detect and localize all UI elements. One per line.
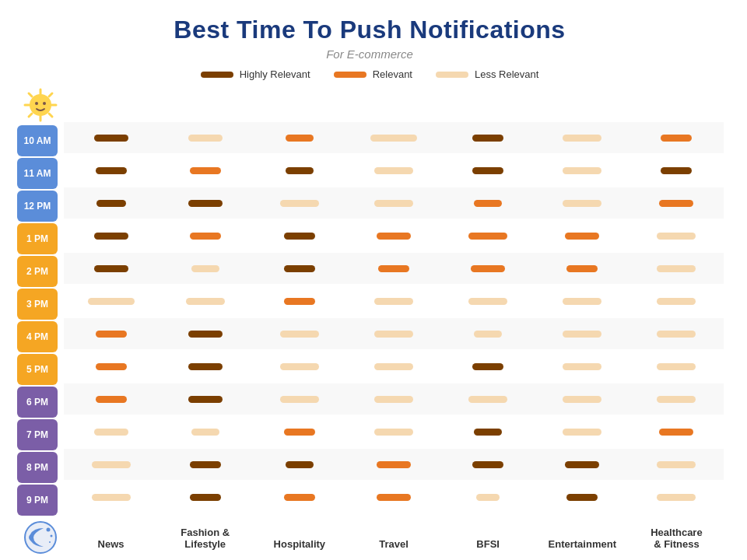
- grid-cell: [64, 187, 158, 219]
- data-bar: [472, 461, 503, 468]
- data-bar: [468, 298, 507, 305]
- data-bar: [280, 200, 319, 207]
- data-bar: [566, 265, 598, 272]
- col-header: News: [64, 520, 158, 555]
- grid-cell: [252, 416, 346, 447]
- grid-cell: [630, 383, 724, 415]
- time-label: 1 PM: [17, 223, 58, 254]
- data-bar: [563, 396, 601, 403]
- data-bar: [374, 200, 413, 207]
- grid-cell: [64, 122, 158, 153]
- legend-relevant-label: Relevant: [373, 68, 412, 80]
- legend-highly-label: Highly Relevant: [240, 68, 310, 80]
- data-bar: [188, 363, 223, 370]
- grid-cell: [346, 318, 440, 349]
- data-bar: [188, 331, 223, 338]
- data-bar: [374, 331, 413, 338]
- grid-cell: [535, 220, 630, 251]
- svg-point-0: [30, 94, 51, 116]
- grid-row: [64, 449, 724, 480]
- data-bar: [472, 167, 503, 174]
- grid-cell: [346, 481, 440, 513]
- data-bar: [476, 494, 500, 501]
- grid-cell: [630, 351, 724, 382]
- legend-less-label: Less Relevant: [475, 68, 538, 80]
- col-header: Travel: [346, 520, 440, 555]
- legend-bar-highly: [201, 72, 233, 78]
- grid-cell: [535, 416, 630, 447]
- svg-line-8: [29, 114, 32, 117]
- svg-point-12: [47, 528, 51, 532]
- data-bar: [186, 298, 225, 305]
- data-bar: [88, 298, 135, 305]
- grid-cell: [252, 383, 346, 415]
- data-bar: [191, 429, 219, 436]
- data-bar: [659, 200, 693, 207]
- grid-area: NewsFashion &LifestyleHospitalityTravelB…: [64, 88, 724, 555]
- grid-cell: [252, 155, 346, 186]
- grid-cell: [64, 220, 158, 251]
- grid-cell: [346, 122, 440, 153]
- grid-cell: [158, 220, 252, 251]
- grid-row: [64, 481, 724, 513]
- grid-row: [64, 416, 724, 447]
- data-bar: [94, 233, 128, 240]
- legend-bar-less: [436, 72, 468, 78]
- grid-cell: [630, 122, 724, 153]
- grid-cell: [158, 122, 252, 153]
- data-bar: [474, 331, 502, 338]
- legend: Highly Relevant Relevant Less Relevant: [16, 68, 724, 80]
- chart-area: 10 AM11 AM12 PM1 PM2 PM3 PM4 PM5 PM6 PM7…: [16, 88, 724, 555]
- grid-cell: [158, 253, 252, 284]
- grid-cell: [630, 285, 724, 317]
- grid-cell: [630, 449, 724, 480]
- grid-cell: [346, 220, 440, 251]
- time-label: 7 PM: [17, 419, 58, 450]
- data-bar: [96, 396, 127, 403]
- grid-cell: [630, 220, 724, 251]
- sun-icon: [23, 88, 58, 122]
- grid-cell: [441, 318, 535, 349]
- grid-cell: [630, 253, 724, 284]
- data-bar: [280, 363, 319, 370]
- legend-highly-relevant: Highly Relevant: [201, 68, 310, 80]
- grid-cell: [535, 383, 630, 415]
- svg-point-9: [35, 102, 38, 105]
- data-bar: [378, 265, 409, 272]
- data-bar: [94, 429, 128, 436]
- data-bar: [468, 396, 507, 403]
- data-bar: [657, 265, 696, 272]
- moon-icon: [23, 520, 58, 555]
- data-bar: [661, 135, 692, 142]
- grid-cell: [346, 351, 440, 382]
- grid-cell: [64, 351, 158, 382]
- data-bar: [565, 233, 599, 240]
- grid-cell: [64, 383, 158, 415]
- grid-cell: [535, 285, 630, 317]
- data-bar: [563, 331, 601, 338]
- grid-rows: [64, 122, 724, 520]
- grid-cell: [441, 449, 535, 480]
- data-bar: [563, 200, 601, 207]
- data-bar: [374, 298, 413, 305]
- data-bar: [657, 298, 696, 305]
- grid-cell: [441, 253, 535, 284]
- grid-cell: [441, 285, 535, 317]
- grid-cell: [158, 449, 252, 480]
- svg-point-10: [43, 102, 46, 105]
- grid-cell: [252, 449, 346, 480]
- time-column: 10 AM11 AM12 PM1 PM2 PM3 PM4 PM5 PM6 PM7…: [16, 88, 64, 555]
- grid-cell: [158, 318, 252, 349]
- grid-row: [64, 253, 724, 284]
- grid-cell: [64, 285, 158, 317]
- grid-row: [64, 285, 724, 317]
- data-bar: [657, 233, 696, 240]
- time-label: 10 AM: [17, 125, 58, 156]
- data-bar: [96, 331, 127, 338]
- page-title: Best Time To Push Notifications: [16, 16, 724, 44]
- time-label: 9 PM: [17, 485, 58, 516]
- data-bar: [286, 135, 314, 142]
- col-headers: NewsFashion &LifestyleHospitalityTravelB…: [64, 520, 724, 555]
- grid-cell: [252, 187, 346, 219]
- col-header: Healthcare& Fitness: [630, 520, 724, 555]
